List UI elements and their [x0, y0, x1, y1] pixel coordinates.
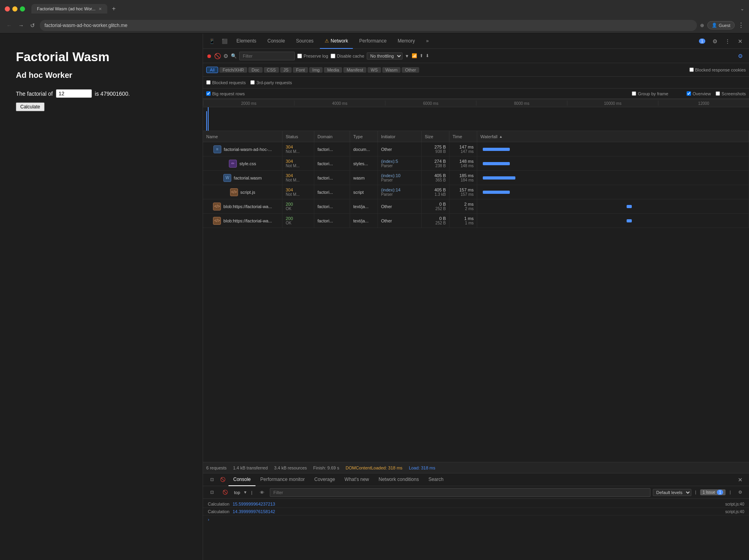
table-row[interactable]: W factorial.wasm 304 Not M... factori...…: [203, 171, 749, 185]
tab-network-conditions[interactable]: Network conditions: [374, 473, 424, 486]
col-name[interactable]: Name: [203, 131, 283, 142]
back-button[interactable]: ←: [5, 21, 14, 29]
filter-wasm[interactable]: Wasm: [382, 67, 401, 73]
table-row[interactable]: </> blob:https://factorial-wa... 200 OK …: [203, 199, 749, 214]
console-settings-icon[interactable]: ⚙: [735, 487, 746, 498]
minimize-button[interactable]: [12, 6, 17, 12]
new-tab-button[interactable]: +: [109, 4, 118, 14]
table-row[interactable]: ≡ factorial-wasm-ad-hoc-... 304 Not M...…: [203, 142, 749, 156]
tab-close-icon[interactable]: ✕: [99, 7, 102, 11]
screenshots-checkbox[interactable]: Screenshots: [716, 91, 746, 96]
tab-coverage[interactable]: Coverage: [310, 473, 340, 486]
reload-button[interactable]: ↺: [29, 21, 37, 29]
col-type[interactable]: Type: [350, 131, 378, 142]
filter-img[interactable]: Img: [309, 67, 323, 73]
collapse-button[interactable]: ⌄: [740, 6, 744, 12]
tab-search[interactable]: Search: [424, 473, 448, 486]
issues-count-badge[interactable]: 1 Issue 1: [700, 489, 726, 495]
col-time[interactable]: Time: [449, 131, 477, 142]
console-sidebar-icon[interactable]: ⊡: [206, 474, 217, 485]
cell-name-4: </> script.js: [203, 185, 283, 199]
tab-console[interactable]: Console: [263, 34, 290, 49]
disable-cache-checkbox[interactable]: Disable cache: [331, 54, 364, 58]
filter-media[interactable]: Media: [324, 67, 342, 73]
tab-sources[interactable]: Sources: [291, 34, 318, 49]
big-rows-label: Big request rows: [212, 91, 245, 96]
filter-js[interactable]: JS: [280, 67, 292, 73]
filter-other[interactable]: Other: [402, 67, 419, 73]
filter-input[interactable]: [239, 52, 295, 60]
network-icon[interactable]: 📶: [412, 53, 417, 58]
active-tab[interactable]: Factorial Wasm (ad hoc Wor... ✕: [31, 4, 107, 14]
filter-css[interactable]: CSS: [264, 67, 279, 73]
guest-button[interactable]: 👤 Guest: [707, 21, 735, 29]
col-domain[interactable]: Domain: [314, 131, 350, 142]
col-status[interactable]: Status: [283, 131, 314, 142]
more-button[interactable]: ⋮: [738, 21, 744, 29]
devtools-badge[interactable]: 1: [697, 36, 708, 47]
devtools-settings-icon[interactable]: ⚙: [709, 36, 720, 47]
group-by-frame-checkbox[interactable]: Group by frame: [632, 91, 668, 96]
table-row[interactable]: ✏ style.css 304 Not M... factori... styl…: [203, 156, 749, 171]
devtools-customize-icon[interactable]: ⋮: [722, 36, 733, 47]
col-initiator[interactable]: Initiator: [378, 131, 422, 142]
console-clear-icon[interactable]: 🚫: [217, 474, 228, 485]
filter-manifest[interactable]: Manifest: [343, 67, 366, 73]
console-prompt[interactable]: ›: [203, 516, 749, 523]
tab-network[interactable]: ⚠ Network: [320, 34, 353, 49]
tab-whats-new[interactable]: What's new: [340, 473, 374, 486]
console-sidebar-toggle[interactable]: ⊡: [206, 487, 217, 498]
tab-search-label: Search: [428, 477, 443, 482]
eye-icon[interactable]: 👁: [256, 487, 267, 498]
maximize-button[interactable]: [20, 6, 25, 12]
filter-all[interactable]: All: [206, 67, 218, 73]
cell-name-5: </> blob:https://factorial-wa...: [203, 199, 283, 213]
console-close-icon[interactable]: ✕: [735, 474, 746, 485]
third-party-checkbox[interactable]: 3rd-party requests: [250, 80, 292, 85]
tab-console-panel[interactable]: Console: [228, 473, 255, 486]
close-button[interactable]: [5, 6, 10, 12]
tab-console-label: Console: [267, 38, 285, 44]
default-levels-select[interactable]: Default levels: [653, 489, 691, 496]
import-icon[interactable]: ⬆: [420, 53, 423, 58]
preserve-log-checkbox[interactable]: Preserve log: [297, 54, 328, 58]
devtools-device-icon[interactable]: 📱: [206, 36, 217, 47]
table-row[interactable]: </> blob:https://factorial-wa... 200 OK …: [203, 214, 749, 228]
blocked-requests-checkbox[interactable]: Blocked requests: [206, 80, 246, 85]
export-icon[interactable]: ⬇: [426, 53, 429, 58]
url-bar[interactable]: [40, 20, 697, 31]
col-size[interactable]: Size: [422, 131, 449, 142]
cell-domain-6: factori...: [314, 214, 350, 228]
big-rows-checkbox[interactable]: Big request rows: [206, 91, 245, 96]
console-filter-input[interactable]: [270, 488, 650, 497]
calculate-button[interactable]: Calculate: [16, 102, 45, 111]
filter-fetch-xhr[interactable]: Fetch/XHR: [219, 67, 247, 73]
timeline-area[interactable]: 2000 ms 4000 ms 6000 ms 8000 ms 10000 ms…: [203, 99, 749, 131]
console-block-icon[interactable]: 🚫: [220, 487, 231, 498]
log-link-2[interactable]: script.js:40: [725, 510, 744, 514]
filter-doc[interactable]: Doc: [248, 67, 263, 73]
filter-icon[interactable]: ⚙: [223, 53, 228, 59]
settings-cog-icon[interactable]: ⚙: [735, 50, 746, 62]
tab-elements[interactable]: Elements: [232, 34, 261, 49]
tab-more[interactable]: »: [421, 34, 434, 49]
table-row[interactable]: </> script.js 304 Not M... factori... sc…: [203, 185, 749, 199]
log-link-1[interactable]: script.js:40: [725, 502, 744, 506]
forward-button[interactable]: →: [17, 21, 25, 29]
filter-ws[interactable]: WS: [368, 67, 381, 73]
devtools-close-icon[interactable]: ✕: [735, 36, 746, 47]
tab-memory[interactable]: Memory: [393, 34, 420, 49]
cell-name-2: ✏ style.css: [203, 156, 283, 170]
search-icon[interactable]: 🔍: [231, 53, 237, 59]
tab-perf-monitor[interactable]: Performance monitor: [255, 473, 310, 486]
tab-performance[interactable]: Performance: [354, 34, 391, 49]
factorial-input[interactable]: [56, 89, 92, 98]
record-button[interactable]: ⏺: [206, 53, 212, 59]
filter-font[interactable]: Font: [293, 67, 308, 73]
devtools-screen-icon[interactable]: ⬛: [219, 36, 230, 47]
clear-button[interactable]: 🚫: [214, 53, 221, 59]
overview-checkbox[interactable]: Overview: [687, 91, 711, 96]
col-waterfall[interactable]: Waterfall ▲: [477, 131, 749, 142]
blocked-cookies-checkbox[interactable]: Blocked response cookies: [689, 68, 746, 72]
throttle-select[interactable]: No throttling: [367, 52, 403, 60]
